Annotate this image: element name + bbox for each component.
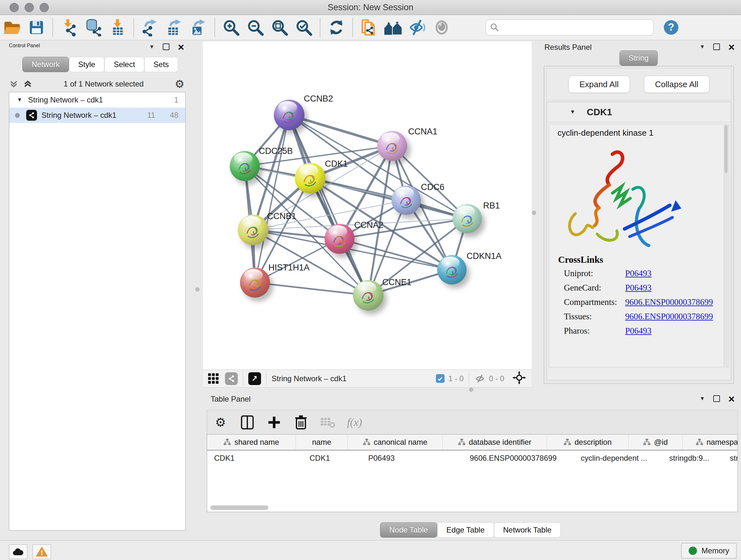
warning-status-button[interactable]: [32, 544, 51, 559]
network-collection-row[interactable]: ▼ String Network – cdk1 1: [9, 92, 185, 108]
left-splitter-handle[interactable]: [195, 287, 199, 292]
selected-checkbox-icon[interactable]: [436, 374, 445, 383]
protein-thumbnail: [330, 231, 349, 250]
import-network-from-file-icon[interactable]: [59, 17, 79, 37]
export-image-icon[interactable]: [189, 17, 208, 37]
control-panel-float-icon[interactable]: [163, 44, 170, 50]
table-panel-float-icon[interactable]: [713, 395, 720, 402]
protein-thumbnail: [382, 138, 402, 157]
add-column-icon[interactable]: [266, 414, 282, 431]
detach-view-icon[interactable]: [248, 372, 261, 385]
collapse-all-icon[interactable]: [9, 79, 18, 89]
network-node-ccne1[interactable]: [353, 280, 384, 311]
tissues-link[interactable]: 9606.ENSP00000378699: [625, 312, 713, 321]
delete-column-trash-icon[interactable]: [293, 414, 309, 431]
delete-table-icon: [320, 414, 336, 431]
network-node-hist1h1a[interactable]: [240, 267, 270, 298]
network-node-ccna2[interactable]: [325, 224, 354, 254]
gene-disclosure-icon[interactable]: ▼: [570, 109, 576, 115]
control-panel-menu-icon[interactable]: ▼: [149, 44, 154, 50]
genecard-link[interactable]: P06493: [625, 283, 652, 293]
export-table-icon[interactable]: [164, 17, 184, 37]
fit-selected-crosshair-icon[interactable]: [513, 371, 526, 386]
network-edge[interactable]: [255, 115, 289, 283]
bottom-splitter-handle[interactable]: [469, 388, 473, 392]
column-header[interactable]: @id: [629, 435, 683, 450]
zoom-selected-icon[interactable]: [294, 17, 314, 37]
tab-sets[interactable]: Sets: [144, 57, 178, 72]
network-edge[interactable]: [289, 115, 392, 146]
right-splitter-handle[interactable]: [532, 211, 536, 215]
tab-style[interactable]: Style: [69, 57, 105, 72]
tab-node-table[interactable]: Node Table: [380, 522, 437, 538]
open-session-icon[interactable]: [2, 17, 22, 37]
column-header[interactable]: database identifier: [443, 435, 547, 450]
column-header[interactable]: name: [296, 435, 348, 450]
protein-thumbnail: [458, 210, 477, 230]
help-icon[interactable]: ?: [661, 17, 681, 37]
level-of-detail-eye-icon[interactable]: [432, 17, 452, 37]
zoom-out-icon[interactable]: [246, 17, 265, 37]
network-node-ccnb1[interactable]: [238, 214, 268, 245]
compartments-link[interactable]: 9606.ENSP00000378699: [625, 297, 713, 307]
column-header[interactable]: description: [547, 435, 629, 450]
search-input[interactable]: [499, 23, 650, 32]
tab-edge-table[interactable]: Edge Table: [437, 522, 494, 538]
save-session-icon[interactable]: [26, 17, 46, 37]
column-header[interactable]: shared name: [207, 435, 296, 450]
table-panel-menu-icon[interactable]: ▼: [699, 395, 705, 402]
pharos-link[interactable]: P06493: [625, 326, 652, 335]
results-panel-close-icon[interactable]: ×: [728, 44, 735, 50]
table-options-gear-icon[interactable]: ⚙: [212, 414, 229, 431]
shared-column-icon: [696, 438, 703, 446]
zoom-fit-content-icon[interactable]: [270, 17, 289, 37]
uniprot-link[interactable]: P06493: [625, 268, 652, 278]
import-network-from-database-icon[interactable]: [83, 17, 103, 37]
share-document-icon[interactable]: [359, 17, 379, 37]
results-panel-float-icon[interactable]: [713, 44, 720, 50]
cloud-status-button[interactable]: [9, 544, 27, 559]
table-horizontal-scrollbar[interactable]: [210, 505, 268, 510]
results-vertical-scrollbar[interactable]: [724, 125, 728, 367]
control-panel-close-icon[interactable]: ×: [178, 44, 184, 50]
show-columns-icon[interactable]: [239, 414, 256, 431]
export-network-icon[interactable]: [140, 17, 160, 37]
network-node-cdkn1a[interactable]: [437, 255, 467, 285]
tab-network[interactable]: Network: [22, 57, 69, 72]
results-panel-menu-icon[interactable]: ▼: [699, 44, 705, 50]
network-options-gear-icon[interactable]: ⚙: [175, 78, 185, 90]
tab-string[interactable]: String: [619, 51, 658, 66]
application-window: Session: New Session: [0, 0, 741, 560]
apply-preferred-layout-icon[interactable]: [327, 17, 346, 37]
network-node-cdc25b[interactable]: [230, 151, 260, 181]
zoom-in-icon[interactable]: [221, 17, 241, 37]
collapse-all-button[interactable]: Collapse All: [644, 76, 710, 93]
network-edge[interactable]: [255, 283, 368, 295]
table-panel: Table Panel ▼ × ⚙ f(x): [203, 392, 738, 540]
show-hide-graphics-details-icon[interactable]: [408, 17, 427, 37]
string-home-icon[interactable]: [383, 17, 403, 37]
title-bar: Session: New Session: [0, 0, 741, 15]
tab-network-table[interactable]: Network Table: [494, 522, 561, 538]
network-node-rb1[interactable]: [453, 204, 482, 233]
network-node-cdk1[interactable]: [295, 163, 326, 193]
column-header[interactable]: canonical name: [348, 435, 443, 450]
network-edge-count: 48: [170, 111, 179, 120]
column-header[interactable]: namespace: [683, 435, 738, 450]
birds-eye-grid-icon[interactable]: [208, 373, 219, 384]
memory-button[interactable]: Memory: [681, 543, 737, 558]
network-row-selected[interactable]: String Network – cdk1 11 48: [9, 108, 185, 123]
collection-disclosure-icon[interactable]: ▼: [17, 97, 22, 103]
import-table-from-file-icon[interactable]: [108, 17, 127, 37]
tab-select[interactable]: Select: [105, 57, 144, 72]
network-node-ccnb2[interactable]: [274, 100, 305, 130]
network-canvas[interactable]: CCNB2CCNA1CDC25BCDK1CDC6RB1CCNB1CCNA2CDK…: [203, 42, 532, 369]
network-node-cdc6[interactable]: [392, 186, 421, 215]
string-style-icon[interactable]: [225, 372, 238, 385]
network-node-ccna1[interactable]: [377, 131, 407, 161]
table-panel-close-icon[interactable]: ×: [728, 395, 735, 402]
hidden-eye-icon[interactable]: [474, 374, 486, 384]
expand-all-icon[interactable]: [23, 79, 32, 89]
expand-all-button[interactable]: Expand All: [568, 76, 630, 93]
table-row[interactable]: CDK1 CDK1 P06493 9606.ENSP00000378699 cy…: [207, 450, 738, 466]
